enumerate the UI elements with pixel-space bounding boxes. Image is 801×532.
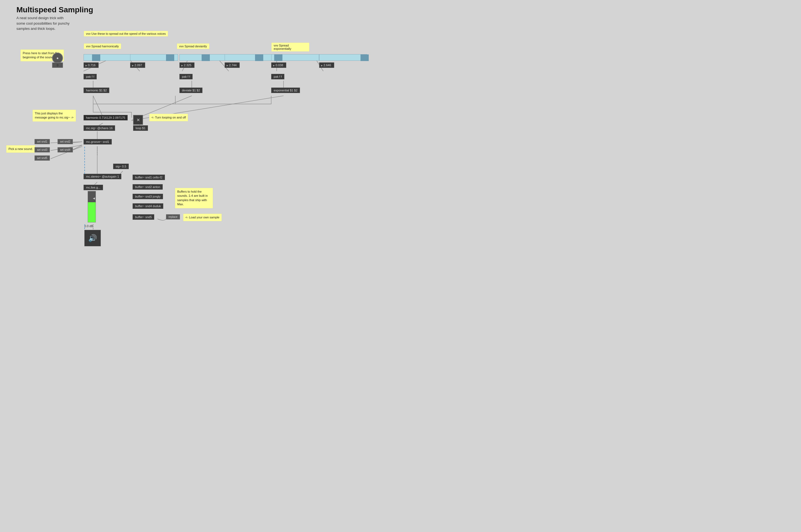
volume-slider[interactable]: ◀ <box>88 191 96 223</box>
slider-e1a-thumb[interactable] <box>274 55 283 61</box>
num-display: 0 <box>52 62 63 68</box>
num-h1b[interactable]: 2.097 <box>130 62 145 68</box>
annotation-buffers: Buffers to hold the sounds. 1-4 are buil… <box>175 188 213 209</box>
title-area: Multispeed Sampling A neat sound design … <box>16 5 93 32</box>
slider-d1b-track <box>225 54 273 61</box>
buf2-node: buffer~ snd2 anton <box>132 184 163 190</box>
loop-toggle[interactable]: ✕ <box>133 115 143 125</box>
set-snd1-btn[interactable]: set snd1 <box>35 139 50 144</box>
deviate-node: deviate $1 $2 <box>179 88 202 93</box>
slider-h1a-track <box>84 54 131 61</box>
mc-live-node: mc.live.g... <box>84 185 103 190</box>
start-button[interactable]: ● <box>52 53 63 63</box>
annotation-looping: <- Turn looping on and off <box>149 114 188 121</box>
annotation-pick-sound: Pick a new sound. <box>6 145 35 153</box>
slider-d1a-track <box>179 54 227 61</box>
slider-e1a-track <box>271 54 319 61</box>
buf5-node: buffer~ snd5 <box>132 214 154 220</box>
buf3-node: buffer~ snd3 jongly <box>132 194 163 199</box>
mc-stereo-node: mc.stereo~ @autogain 1 <box>84 174 121 179</box>
exponential-node: exponential $1 $2 <box>271 88 300 93</box>
dashed-vert-line <box>84 147 85 174</box>
db-label: 0.0 dB <box>84 224 93 228</box>
annotation-spread-speed: vvv Use these to spread out the speed of… <box>84 31 168 37</box>
main-title: Multispeed Sampling <box>16 5 93 14</box>
speaker-button[interactable]: 🔊 <box>84 230 101 246</box>
harmonic-node: harmonic $1 $2 <box>84 88 109 93</box>
num-e1b[interactable]: 2.646 <box>319 62 334 68</box>
buf4-node: buffer~ snd4 duduk <box>132 203 163 209</box>
set-snd3-btn[interactable]: set snd3 <box>35 147 50 152</box>
pak-3: pak f f <box>271 74 284 79</box>
buf1-node: buffer~ snd1 cello-f2 <box>132 175 165 180</box>
subtitle: A neat sound design trick with some cool… <box>16 15 71 32</box>
svg-line-19 <box>71 142 82 143</box>
replace-btn[interactable]: replace <box>166 214 180 220</box>
loop-node: loop $1 <box>133 125 148 131</box>
num-e1a[interactable]: 0.038 <box>271 62 286 68</box>
annotation-spread-deviant: vvv Spread deviantly <box>177 43 210 49</box>
slider-e1b-track <box>319 54 367 61</box>
annotation-spread-harmonic: vvv Spread harmonically <box>84 43 121 49</box>
set-snd4-btn[interactable]: set snd4 <box>57 147 73 152</box>
num-d1a[interactable]: 2.325 <box>179 62 195 68</box>
slider-h1b-track <box>130 54 178 61</box>
pak-2: pak f f <box>179 74 193 79</box>
slider-h1b-thumb[interactable] <box>166 55 174 61</box>
annotation-spread-exp: vvv Spread exponentially <box>271 42 310 52</box>
svg-line-21 <box>71 145 82 151</box>
slider-d1a-thumb[interactable] <box>202 55 210 61</box>
slider-h1a-thumb[interactable] <box>92 55 100 61</box>
num-d1b[interactable]: 2.744 <box>225 62 240 68</box>
sig-node: sig~ 0.5 <box>113 164 129 169</box>
slider-d1b-thumb[interactable] <box>255 55 263 61</box>
harmonic-msg: harmonic 0.716129 2.097175 <box>84 115 128 120</box>
mc-sig-node: mc.sig~ @chans 16 <box>84 125 115 131</box>
svg-line-3 <box>93 96 103 116</box>
num-h1a[interactable]: 0.716 <box>84 62 98 68</box>
set-snd5-btn[interactable]: set snd5 <box>35 155 50 160</box>
mc-groove-node: mc.groove~ snd1 <box>84 139 112 145</box>
annotation-load-sample: <- Load your own sample <box>183 213 222 222</box>
set-snd2-btn[interactable]: set snd2 <box>57 139 73 144</box>
volume-fill <box>88 202 96 222</box>
slider-e1b-thumb[interactable] <box>361 55 369 61</box>
annotation-msg-display: This just displays the message going to … <box>32 110 76 122</box>
pak-1: pak f f <box>84 74 97 79</box>
